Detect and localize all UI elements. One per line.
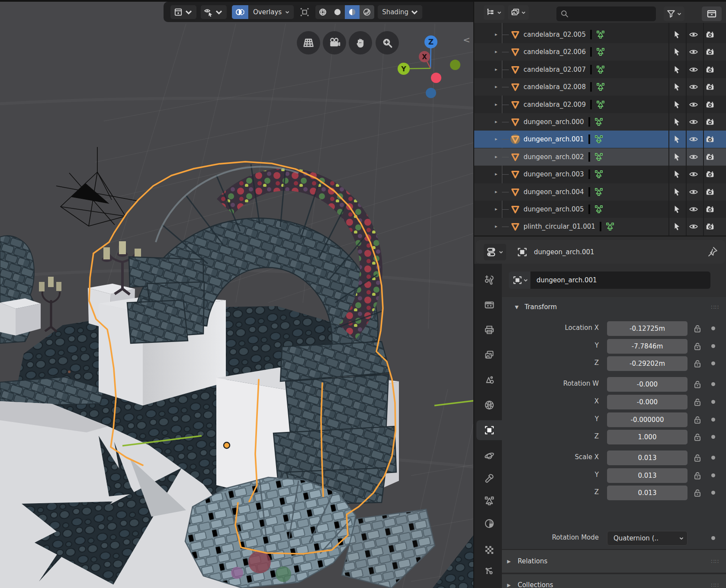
outliner-row[interactable]: ▸candelabra_02.009 — [474, 96, 726, 113]
outliner-filter-mode-button[interactable] — [508, 5, 529, 20]
animate-dot[interactable] — [711, 491, 715, 495]
object-name-field[interactable]: dungeon_arch.001 — [530, 272, 710, 289]
search-input[interactable] — [569, 10, 647, 18]
shading-dropdown[interactable]: Shading — [378, 5, 422, 19]
panel-grip[interactable]: ∷∷ — [711, 582, 719, 588]
visibility-eye-icon[interactable] — [689, 100, 698, 109]
rotation-mode-dropdown[interactable]: Quaternion (.. — [607, 531, 687, 546]
expand-arrow-icon[interactable]: ▸ — [495, 154, 498, 160]
toggle-grid-button[interactable] — [297, 31, 320, 54]
render-camera-icon[interactable] — [705, 30, 715, 39]
camera-view-button[interactable] — [323, 31, 346, 54]
visibility-eye-icon[interactable] — [689, 65, 698, 74]
expand-arrow-icon[interactable]: ▸ — [495, 189, 498, 195]
mesh-object-icon[interactable] — [511, 169, 520, 179]
outliner-search[interactable] — [556, 6, 656, 21]
transform-panel-header[interactable]: ▼ Transform ∷∷ — [502, 300, 726, 313]
outliner-row[interactable]: ▸dungeon_arch.002 — [474, 148, 726, 166]
render-camera-icon[interactable] — [705, 187, 715, 197]
outliner-row[interactable]: ▸candelabra_02.007 — [474, 61, 726, 78]
render-camera-icon[interactable] — [705, 205, 715, 214]
animate-dot[interactable] — [711, 435, 715, 439]
mesh-data-icon[interactable] — [596, 30, 605, 39]
outliner-display-mode-button[interactable] — [484, 5, 504, 20]
selectable-icon[interactable] — [672, 47, 681, 57]
object-name-label[interactable]: dungeon_arch.004 — [524, 188, 584, 196]
outliner-filter-button[interactable] — [664, 6, 684, 21]
object-name-label[interactable]: candelabra_02.006 — [524, 48, 586, 56]
transform-value-field[interactable]: 0.013 — [607, 468, 687, 483]
mesh-data-icon[interactable] — [605, 222, 615, 231]
visibility-eye-icon[interactable] — [689, 187, 698, 197]
render-camera-icon[interactable] — [705, 82, 715, 92]
tab-view-layer[interactable] — [476, 345, 502, 365]
object-name-label[interactable]: candelabra_02.009 — [524, 101, 586, 109]
render-camera-icon[interactable] — [705, 152, 715, 162]
mesh-data-icon[interactable] — [594, 117, 604, 127]
tab-object-data[interactable] — [476, 491, 502, 511]
toggle-xray-button[interactable] — [296, 5, 313, 19]
mesh-object-icon[interactable] — [511, 47, 520, 57]
expand-arrow-icon[interactable]: ▸ — [495, 102, 498, 107]
transform-value-field[interactable]: -0.000 — [607, 395, 687, 409]
render-camera-icon[interactable] — [705, 47, 715, 57]
transform-value-field[interactable]: -7.7846m — [607, 339, 687, 354]
visibility-eye-icon[interactable] — [689, 134, 698, 144]
animate-dot[interactable] — [711, 456, 715, 460]
transform-value-field[interactable]: 0.013 — [607, 486, 687, 500]
animate-dot[interactable] — [711, 418, 715, 422]
expand-arrow-icon[interactable]: ▸ — [495, 136, 498, 142]
mesh-object-icon[interactable] — [511, 65, 520, 74]
render-camera-icon[interactable] — [705, 222, 715, 231]
render-camera-icon[interactable] — [705, 117, 715, 127]
collections-panel-header[interactable]: ▶ Collections ∷∷ — [502, 573, 726, 588]
render-camera-icon[interactable] — [705, 65, 715, 74]
visibility-eye-icon[interactable] — [689, 82, 698, 92]
lock-icon[interactable] — [692, 453, 703, 463]
object-name-label[interactable]: dungeon_arch.002 — [524, 153, 584, 161]
outliner-row[interactable]: ▸candelabra_02.008 — [474, 78, 726, 96]
relations-panel-header[interactable]: ▶ Relations ∷∷ — [502, 549, 726, 572]
visibility-eye-icon[interactable] — [689, 169, 698, 179]
render-camera-icon[interactable] — [705, 169, 715, 179]
region-collapse-arrow[interactable]: < — [463, 35, 470, 45]
tab-object[interactable] — [476, 420, 502, 440]
visibility-eye-icon[interactable] — [689, 222, 698, 231]
editor-type-selector[interactable] — [484, 244, 506, 260]
selectable-icon[interactable] — [672, 169, 681, 179]
shading-wireframe-button[interactable] — [315, 5, 330, 19]
mesh-data-icon[interactable] — [596, 100, 605, 109]
selectable-icon[interactable] — [672, 222, 681, 231]
object-name-label[interactable]: candelabra_02.008 — [524, 83, 586, 91]
lock-icon[interactable] — [692, 488, 703, 498]
mesh-object-icon[interactable] — [511, 205, 520, 214]
tab-render[interactable] — [476, 295, 502, 315]
mesh-data-icon[interactable] — [594, 205, 604, 214]
outliner-row[interactable]: ▸dungeon_arch.000 — [474, 113, 726, 131]
render-camera-icon[interactable] — [705, 100, 715, 109]
expand-arrow-icon[interactable]: ▸ — [495, 119, 498, 125]
mesh-data-icon[interactable] — [594, 134, 604, 144]
outliner-row[interactable]: ▸candelabra_02.005 — [474, 26, 726, 43]
visibility-eye-icon[interactable] — [689, 152, 698, 162]
animate-dot[interactable] — [711, 361, 715, 365]
selectable-icon[interactable] — [672, 134, 681, 144]
lock-icon[interactable] — [692, 470, 703, 481]
new-collection-button[interactable] — [702, 6, 722, 21]
shading-material-preview-button[interactable] — [345, 5, 360, 19]
lock-icon[interactable] — [692, 323, 703, 334]
expand-arrow-icon[interactable]: ▸ — [495, 206, 498, 212]
mesh-object-icon[interactable] — [511, 82, 520, 92]
visibility-eye-icon[interactable] — [689, 117, 698, 127]
animate-dot[interactable] — [711, 382, 715, 386]
mesh-object-icon[interactable] — [511, 134, 520, 144]
object-name-label[interactable]: dungeon_arch.005 — [524, 205, 584, 213]
expand-arrow-icon[interactable]: ▸ — [495, 49, 498, 54]
object-name-label[interactable]: candelabra_02.007 — [524, 66, 586, 74]
object-name-label[interactable]: dungeon_arch.000 — [524, 118, 584, 126]
expand-arrow-icon[interactable]: ▸ — [495, 171, 498, 177]
transform-value-field[interactable]: -0.000000 — [607, 412, 687, 427]
tab-world[interactable] — [476, 395, 502, 415]
mesh-object-icon[interactable] — [511, 117, 520, 127]
3d-viewport[interactable]: Overlays — [0, 0, 473, 588]
